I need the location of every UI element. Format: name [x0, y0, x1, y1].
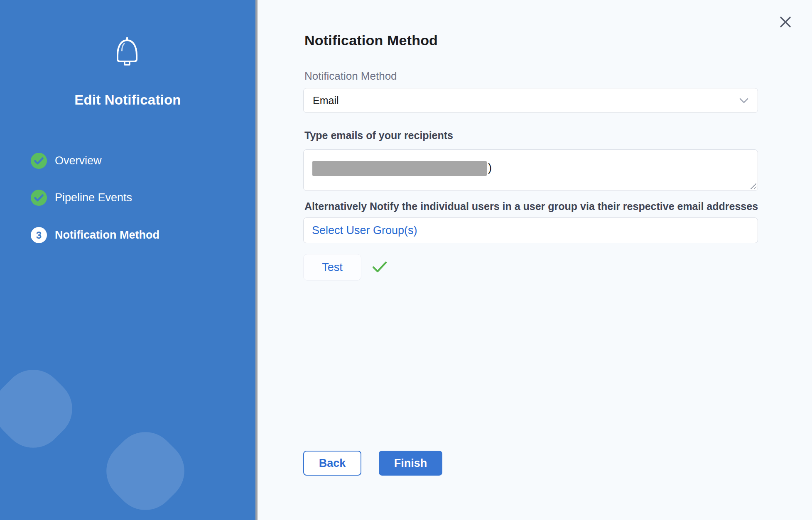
step-done-badge: [31, 190, 47, 206]
step-label: Overview: [55, 154, 102, 167]
sidebar-step-notification-method[interactable]: 3 Notification Method: [31, 227, 159, 243]
step-label: Pipeline Events: [55, 191, 132, 204]
check-icon: [34, 194, 44, 202]
usergroup-hint-label: Alternatively Notify the individual user…: [304, 200, 759, 212]
step-number-badge: 3: [31, 227, 47, 243]
sidebar-step-overview[interactable]: Overview: [31, 153, 102, 169]
test-row: Test: [303, 254, 387, 281]
sidebar-step-pipeline-events[interactable]: Pipeline Events: [31, 190, 132, 206]
select-user-groups-button[interactable]: Select User Group(s): [303, 217, 758, 243]
select-user-groups-label: Select User Group(s): [312, 224, 417, 237]
watermark-logo-link: [94, 420, 197, 520]
dropdown-selected-value: Email: [313, 95, 739, 107]
chevron-down-icon: [739, 98, 748, 103]
wizard-footer: Back Finish: [303, 451, 442, 476]
step-label: Notification Method: [55, 229, 159, 242]
wizard-sidebar: Edit Notification Overview Pipeline Even…: [0, 0, 255, 520]
recipients-textarea[interactable]: ): [303, 149, 758, 191]
finish-button[interactable]: Finish: [379, 451, 442, 476]
test-button[interactable]: Test: [303, 254, 361, 281]
panel-divider: [255, 0, 258, 520]
resize-handle-icon[interactable]: [751, 183, 756, 189]
bell-icon: [113, 37, 141, 70]
redacted-value-suffix: ): [488, 161, 492, 174]
check-icon: [372, 261, 387, 273]
close-icon[interactable]: [779, 16, 792, 28]
recipients-field-label: Type emails of your recipients: [304, 129, 453, 142]
wizard-title: Edit Notification: [0, 92, 255, 108]
back-button[interactable]: Back: [303, 451, 361, 476]
watermark-logo-link: [0, 357, 85, 461]
notification-method-dropdown[interactable]: Email: [303, 88, 758, 113]
redacted-email-value: [312, 161, 487, 176]
step-done-badge: [31, 153, 47, 169]
check-icon: [34, 157, 44, 165]
page-title: Notification Method: [304, 32, 438, 49]
method-field-label: Notification Method: [304, 70, 397, 83]
